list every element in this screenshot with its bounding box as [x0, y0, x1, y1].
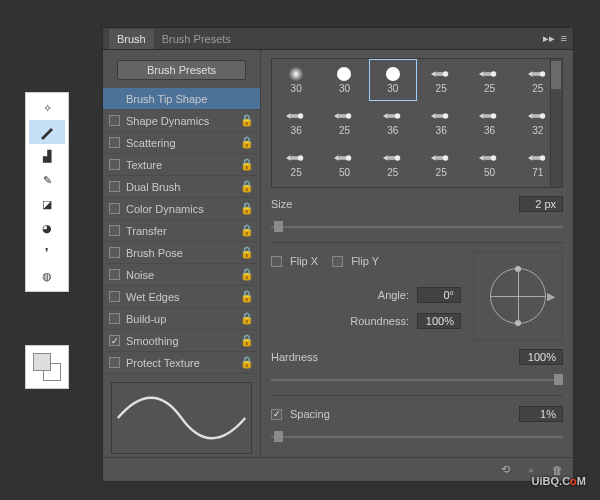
option-texture[interactable]: Texture🔒	[103, 154, 260, 176]
size-value[interactable]: 2 px	[519, 196, 563, 212]
brush-preset-cell[interactable]: 36	[369, 101, 417, 143]
option-checkbox[interactable]	[109, 357, 120, 368]
option-noise[interactable]: Noise🔒	[103, 264, 260, 286]
lock-icon[interactable]: 🔒	[240, 246, 254, 259]
brush-preset-cell[interactable]: 25	[320, 101, 368, 143]
flip-y-checkbox[interactable]	[332, 256, 343, 267]
spacing-checkbox[interactable]	[271, 409, 282, 420]
option-checkbox[interactable]	[109, 291, 120, 302]
brush-preset-cell[interactable]: 36	[417, 101, 465, 143]
paint-bucket-tool[interactable]: ◕	[29, 216, 65, 240]
option-brush-pose[interactable]: Brush Pose🔒	[103, 242, 260, 264]
tab-brush-presets[interactable]: Brush Presets	[154, 29, 239, 49]
angle-roundness-widget[interactable]: ▶	[473, 251, 563, 341]
option-checkbox[interactable]	[109, 335, 120, 346]
panel-menu-icon[interactable]: ≡	[561, 32, 567, 45]
brush-preset-cell[interactable]: 36	[465, 101, 513, 143]
brush-preset-cell[interactable]: 25	[369, 143, 417, 185]
option-checkbox[interactable]	[109, 269, 120, 280]
svg-rect-10	[291, 114, 299, 118]
lock-icon[interactable]: 🔒	[240, 158, 254, 171]
brush-tip-icon	[334, 108, 354, 124]
option-label: Brush Pose	[126, 247, 183, 259]
option-smoothing[interactable]: Smoothing🔒	[103, 330, 260, 352]
option-shape-dynamics[interactable]: Shape Dynamics🔒	[103, 110, 260, 132]
brush-size-label: 32	[532, 125, 543, 136]
color-swatches[interactable]	[25, 345, 69, 389]
foreground-color-swatch[interactable]	[33, 353, 51, 371]
option-brush-tip-shape[interactable]: Brush Tip Shape	[103, 88, 260, 110]
brush-presets-button[interactable]: Brush Presets	[117, 60, 246, 80]
spacing-value[interactable]: 1%	[519, 406, 563, 422]
lock-icon[interactable]: 🔒	[240, 356, 254, 369]
lock-icon[interactable]: 🔒	[240, 334, 254, 347]
healing-brush-tool[interactable]: ✧	[29, 96, 65, 120]
brush-preset-cell[interactable]: 25	[417, 143, 465, 185]
brush-tool[interactable]	[29, 120, 65, 144]
option-transfer[interactable]: Transfer🔒	[103, 220, 260, 242]
lock-icon[interactable]: 🔒	[240, 312, 254, 325]
svg-marker-9	[286, 113, 291, 118]
spacing-slider[interactable]	[271, 430, 563, 444]
brush-size-label: 71	[532, 167, 543, 178]
tab-brush[interactable]: Brush	[109, 29, 154, 49]
svg-marker-3	[479, 71, 484, 76]
blur-tool[interactable]: ❜	[29, 240, 65, 264]
sponge-tool[interactable]: ◍	[29, 264, 65, 288]
history-brush-tool[interactable]: ✎	[29, 168, 65, 192]
hardness-value[interactable]: 100%	[519, 349, 563, 365]
svg-rect-13	[339, 114, 347, 118]
brush-preset-cell[interactable]: 25	[417, 59, 465, 101]
panel-collapse-icon[interactable]: ▸▸	[543, 32, 555, 45]
brush-tip-icon	[528, 66, 548, 82]
option-build-up[interactable]: Build-up🔒	[103, 308, 260, 330]
toggle-preview-icon[interactable]: ⟲	[497, 463, 513, 476]
svg-point-29	[298, 155, 303, 160]
option-protect-texture[interactable]: Protect Texture🔒	[103, 352, 260, 374]
svg-point-14	[346, 113, 351, 118]
brush-preset-cell[interactable]: 36	[272, 101, 320, 143]
clone-stamp-tool[interactable]: ▟	[29, 144, 65, 168]
brush-preset-cell[interactable]: 30	[272, 59, 320, 101]
brush-size-label: 30	[291, 83, 302, 94]
size-slider[interactable]	[271, 220, 563, 234]
option-checkbox[interactable]	[109, 247, 120, 258]
hardness-slider[interactable]	[271, 373, 563, 387]
brush-preset-cell[interactable]: 50	[320, 143, 368, 185]
option-checkbox[interactable]	[109, 115, 120, 126]
lock-icon[interactable]: 🔒	[240, 290, 254, 303]
option-checkbox[interactable]	[109, 313, 120, 324]
option-dual-brush[interactable]: Dual Brush🔒	[103, 176, 260, 198]
option-checkbox[interactable]	[109, 181, 120, 192]
brush-preset-cell[interactable]: 25	[272, 143, 320, 185]
option-color-dynamics[interactable]: Color Dynamics🔒	[103, 198, 260, 220]
lock-icon[interactable]: 🔒	[240, 224, 254, 237]
lock-icon[interactable]: 🔒	[240, 268, 254, 281]
lock-icon[interactable]: 🔒	[240, 180, 254, 193]
svg-marker-33	[383, 155, 388, 160]
svg-marker-42	[528, 155, 533, 160]
lock-icon[interactable]: 🔒	[240, 136, 254, 149]
lock-icon[interactable]: 🔒	[240, 202, 254, 215]
option-checkbox[interactable]	[109, 137, 120, 148]
grid-scrollbar[interactable]	[550, 59, 562, 187]
size-label: Size	[271, 198, 292, 210]
option-scattering[interactable]: Scattering🔒	[103, 132, 260, 154]
lock-icon[interactable]: 🔒	[240, 114, 254, 127]
option-label: Wet Edges	[126, 291, 180, 303]
option-wet-edges[interactable]: Wet Edges🔒	[103, 286, 260, 308]
brush-preset-cell[interactable]: 30	[369, 59, 417, 101]
brush-preset-cell[interactable]: 50	[465, 143, 513, 185]
svg-point-35	[395, 155, 400, 160]
brush-preset-cell[interactable]: 25	[465, 59, 513, 101]
eraser-tool[interactable]: ◪	[29, 192, 65, 216]
brush-preset-cell[interactable]: 30	[320, 59, 368, 101]
tool-palette: ✧ ▟ ✎ ◪ ◕ ❜ ◍	[25, 92, 69, 292]
roundness-value[interactable]: 100%	[417, 313, 461, 329]
scrollbar-thumb[interactable]	[551, 61, 561, 89]
option-checkbox[interactable]	[109, 225, 120, 236]
option-checkbox[interactable]	[109, 203, 120, 214]
option-checkbox[interactable]	[109, 159, 120, 170]
flip-x-checkbox[interactable]	[271, 256, 282, 267]
angle-value[interactable]: 0°	[417, 287, 461, 303]
